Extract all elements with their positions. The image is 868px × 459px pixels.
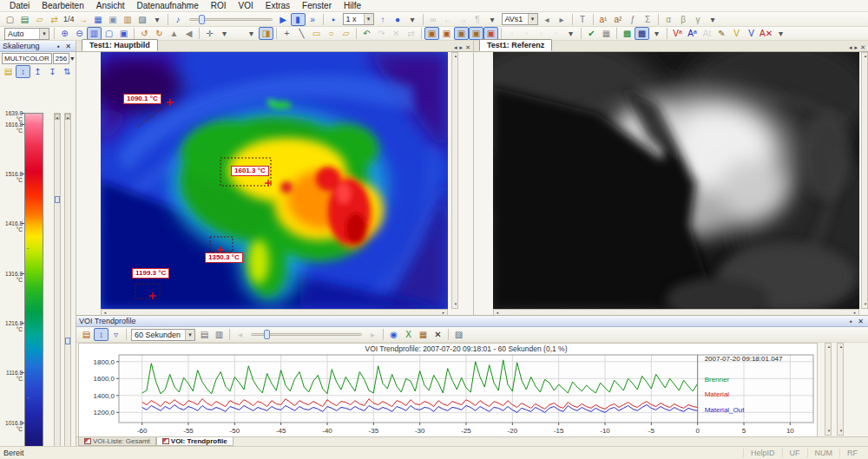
marker-icon[interactable]: ¶ [470, 13, 485, 26]
close-icon[interactable]: ✕ [856, 318, 865, 325]
palette-icon[interactable]: ◨ [259, 27, 273, 40]
voi-v1-icon[interactable]: V [729, 27, 744, 40]
save-icon[interactable]: ▦ [91, 13, 106, 26]
pan-icon[interactable]: ✛ [202, 27, 217, 40]
tab-next-icon[interactable]: ▸ [460, 44, 464, 51]
voi-table-icon[interactable]: ▩ [635, 27, 649, 40]
histogram-icon[interactable]: ▥ [87, 27, 102, 40]
menu-voi[interactable]: VOI [232, 0, 259, 11]
temperature-annotation[interactable]: 1090.1 °C [123, 94, 161, 104]
scroll-down-icon[interactable]: ▾ [825, 428, 832, 435]
tab-hauptbild[interactable]: Test1: Hauptbild [82, 39, 158, 51]
scroll-up-icon[interactable]: ▴ [825, 344, 832, 351]
check-icon[interactable]: ✔ [584, 27, 599, 40]
redo-icon[interactable]: ↷ [374, 27, 389, 40]
menu-datenaufnahme[interactable]: Datenaufnahme [131, 0, 205, 11]
trend-scrollbar-2[interactable]: ▴ ▾ [837, 343, 844, 436]
mirror-icon[interactable]: ◀ [181, 27, 196, 40]
scale-bottom-icon[interactable]: ↧ [45, 65, 60, 78]
seq-beta-icon[interactable]: β [676, 13, 691, 26]
copy-image-icon[interactable]: ▣ [106, 13, 121, 26]
close-icon[interactable]: ✕ [63, 43, 73, 50]
formula-a2-icon[interactable]: a² [611, 13, 626, 26]
trend-fwd-icon[interactable]: ▸ [365, 328, 380, 341]
color-gradient-bar[interactable] [24, 113, 43, 459]
pin-icon[interactable]: ▪ [846, 318, 856, 325]
menu-datei[interactable]: Datei [3, 0, 36, 11]
voi-green-icon[interactable]: ▩ [620, 27, 635, 40]
scroll-up-icon[interactable]: ▴ [838, 344, 845, 351]
export-icon[interactable]: ▥ [121, 13, 135, 26]
formula-sum-icon[interactable]: Σ [641, 13, 655, 26]
trend-back-icon[interactable]: ◂ [233, 328, 247, 341]
autoscale-icon[interactable]: ↕ [16, 65, 30, 78]
print-icon[interactable]: ▨ [135, 13, 150, 26]
scaling-mode-combo[interactable]: Auto▾ [4, 28, 49, 40]
draw-point-icon[interactable]: + [279, 27, 294, 40]
image-1-icon[interactable]: ▢ [102, 27, 116, 40]
group-overflow-icon[interactable]: ▾ [563, 27, 578, 40]
trend-table-icon[interactable]: ▦ [416, 328, 431, 341]
draw-polygon-icon[interactable]: ▱ [339, 27, 353, 40]
voi-area-icon[interactable]: Aª [685, 27, 700, 40]
scroll-up-icon[interactable]: ▴ [55, 114, 60, 120]
ref-vertical-scrollbar[interactable]: ▴ ▾ [861, 52, 868, 309]
roi-3-icon[interactable]: ▣ [454, 27, 469, 40]
voi-v2-icon[interactable]: V [744, 27, 759, 40]
temperature-annotation[interactable]: 1601.3 °C [231, 166, 269, 176]
menu-extras[interactable]: Extras [260, 0, 296, 11]
palette-select-icon[interactable]: ▤ [1, 65, 16, 78]
open-sequence-icon[interactable]: ⇄ [47, 13, 62, 26]
voi-value-icon[interactable]: Vª [670, 27, 685, 40]
formula-a1-icon[interactable]: a¹ [596, 13, 611, 26]
rotate-left-icon[interactable]: ↺ [137, 27, 152, 40]
marker-overflow-icon[interactable]: ▾ [485, 13, 500, 26]
trend-save-icon[interactable]: ▤ [197, 328, 212, 341]
toolbar-overflow-icon[interactable]: ▾ [150, 13, 165, 26]
speed-combo[interactable]: 1 x▾ [343, 13, 374, 25]
levels-combo[interactable]: 256 [53, 53, 69, 64]
tab-referenz[interactable]: Test1: Referenz [479, 39, 552, 51]
link-icon[interactable]: ∞ [426, 13, 441, 26]
seq-alpha-icon[interactable]: α [661, 13, 676, 26]
zoom-in-icon[interactable]: ⊕ [57, 27, 72, 40]
voi-delete-icon[interactable]: A✕ [759, 27, 773, 40]
trend-delete-icon[interactable]: ✕ [431, 328, 445, 341]
record-icon[interactable]: ● [391, 13, 405, 26]
play-icon[interactable]: ▶ [276, 13, 291, 26]
tab-voi-trendprofile[interactable]: VOI: Trendprofile [156, 437, 233, 446]
group-4-icon[interactable]: ▫ [549, 27, 563, 40]
time-icon[interactable]: T [575, 13, 590, 26]
menu-fenster[interactable]: Fenster [296, 0, 338, 11]
chevron-down-icon[interactable]: ▾ [70, 55, 74, 62]
legend-Brenner[interactable]: Brenner [705, 376, 730, 384]
temperature-annotation[interactable]: 1199.3 °C [132, 268, 169, 279]
trend-position-slider[interactable] [251, 331, 362, 338]
scale-expand-icon[interactable]: ⇅ [60, 65, 75, 78]
trend-copy-icon[interactable]: ▥ [212, 328, 227, 341]
formula-fx-icon[interactable]: ƒ [626, 13, 641, 26]
trend-excel-icon[interactable]: X [401, 328, 416, 341]
scroll-up-icon[interactable]: ▴ [452, 53, 459, 60]
undo-icon[interactable]: ↶ [359, 27, 374, 40]
scroll-down-icon[interactable]: ▾ [862, 301, 868, 308]
image-2-icon[interactable]: ▣ [116, 27, 131, 40]
record-overflow-icon[interactable]: ▾ [405, 13, 420, 26]
legend-Material_Out[interactable]: Material_Out [705, 406, 746, 414]
avi-combo[interactable]: AVs1▾ [502, 13, 538, 25]
trend-layers-icon[interactable]: ▤ [79, 328, 94, 341]
voi-At-icon[interactable]: At [700, 27, 714, 40]
tab-prev-icon[interactable]: ◂ [454, 44, 457, 51]
scale-top-icon[interactable]: ↥ [30, 65, 45, 78]
reference-image[interactable] [493, 52, 859, 309]
voi-edit-icon[interactable]: ✎ [714, 27, 729, 40]
trend-scrollbar-1[interactable]: ▴ ▾ [825, 343, 832, 436]
audio-icon[interactable]: ♪ [171, 13, 186, 26]
scroll-up-icon[interactable]: ▴ [65, 114, 70, 120]
new-document-icon[interactable]: ▢ [3, 13, 17, 26]
draw-ellipse-icon[interactable]: ○ [324, 27, 339, 40]
close-icon[interactable]: ✕ [465, 44, 470, 51]
seq-gamma-icon[interactable]: γ [691, 13, 706, 26]
scale-max-slider[interactable]: ▴ ▾ [54, 113, 61, 459]
group-2-icon[interactable]: ▫ [519, 27, 534, 40]
